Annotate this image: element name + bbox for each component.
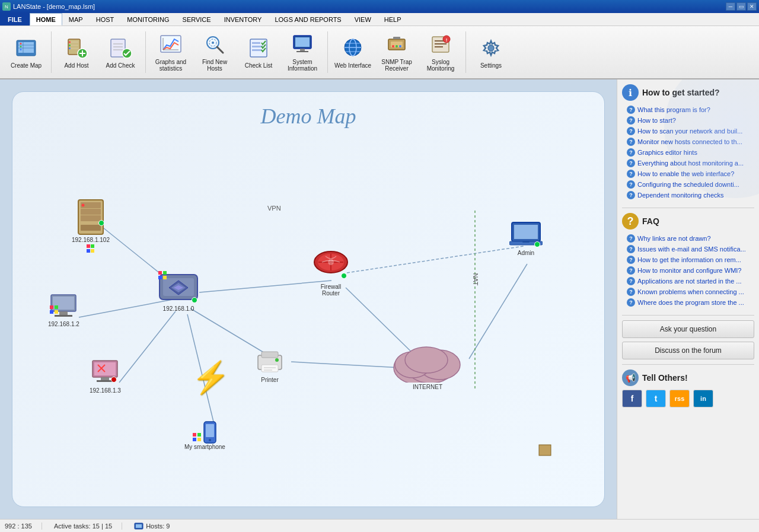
minimize-button[interactable]: ─ bbox=[726, 2, 735, 11]
node-internet[interactable]: INTERNET bbox=[386, 335, 469, 390]
faq-link-4[interactable]: How to monitor and configure WMI? bbox=[622, 265, 754, 276]
svg-rect-69 bbox=[539, 445, 551, 455]
svg-point-29 bbox=[212, 42, 214, 44]
system-info-button[interactable]: System Information bbox=[281, 29, 324, 75]
connections-layer bbox=[12, 92, 604, 506]
question-icon: ? bbox=[622, 213, 639, 230]
windows-logo-smartphone bbox=[193, 433, 201, 441]
tell-others-section: 📢 Tell Others! f t rss in bbox=[622, 369, 754, 407]
link-monitor-new[interactable]: Monitor new hosts connected to th... bbox=[622, 136, 754, 147]
node-firewall[interactable]: Firewall Router bbox=[312, 249, 349, 297]
discuss-forum-button[interactable]: Discuss on the forum bbox=[622, 342, 754, 359]
syslog-icon: ! bbox=[429, 33, 452, 56]
link-how-start[interactable]: How to start? bbox=[622, 115, 754, 126]
node-laptop[interactable]: Admin bbox=[509, 221, 543, 256]
link-web-interface[interactable]: How to enable the web interface? bbox=[622, 168, 754, 179]
sep3 bbox=[327, 31, 328, 73]
smartphone-icon bbox=[193, 421, 216, 444]
link-bullet-2 bbox=[627, 116, 635, 125]
faq-link-5[interactable]: Applications are not started in the ... bbox=[622, 276, 754, 286]
menu-host[interactable]: HOST bbox=[90, 13, 121, 26]
menu-home[interactable]: HOME bbox=[30, 13, 62, 26]
menu-inventory[interactable]: INVENTORY bbox=[218, 13, 269, 26]
snmp-trap-icon bbox=[385, 33, 409, 56]
node-smartphone[interactable]: My smartphone bbox=[184, 421, 225, 450]
node-printer[interactable]: Printer bbox=[254, 347, 285, 383]
link-bullet-6 bbox=[627, 159, 635, 167]
status-bar: 992 : 135 Active tasks: 15 | 15 Hosts: 9 bbox=[0, 519, 759, 532]
find-new-hosts-label: Find New Hosts bbox=[195, 59, 234, 72]
menu-service[interactable]: SERVICE bbox=[176, 13, 218, 26]
faq-link-7[interactable]: Where does the program store the ... bbox=[622, 297, 754, 308]
svg-point-45 bbox=[392, 45, 394, 47]
link-scan-network[interactable]: How to scan your network and buil... bbox=[622, 126, 754, 136]
system-info-icon bbox=[291, 33, 314, 56]
map-title: Demo Map bbox=[261, 104, 356, 129]
add-check-button[interactable]: Add Check bbox=[99, 29, 142, 75]
web-interface-label: Web Interface bbox=[334, 62, 371, 69]
svg-rect-114 bbox=[206, 424, 214, 437]
snmp-trap-button[interactable]: SNMP Trap Receiver bbox=[375, 29, 418, 75]
menu-file[interactable]: FILE bbox=[0, 13, 30, 26]
link-bullet-4 bbox=[627, 138, 635, 146]
link-what-for[interactable]: What this program is for? bbox=[622, 104, 754, 115]
node-pc2[interactable]: 192.168.1.3 bbox=[90, 359, 121, 394]
add-host-button[interactable]: Add Host bbox=[55, 29, 98, 75]
faq-link-3[interactable]: How to get the information on rem... bbox=[622, 254, 754, 265]
svg-point-12 bbox=[69, 41, 71, 43]
twitter-button[interactable]: t bbox=[646, 390, 666, 407]
node-server[interactable]: 192.168.1.102 bbox=[72, 199, 110, 253]
create-map-button[interactable]: Create Map bbox=[5, 29, 47, 75]
faq-link-1[interactable]: Why links are not drawn? bbox=[622, 233, 754, 244]
menu-help[interactable]: HELP bbox=[378, 13, 408, 26]
link-everything-about[interactable]: Everything about host monitoring a... bbox=[622, 158, 754, 168]
faq-section: ? FAQ Why links are not drawn? Issues wi… bbox=[622, 213, 754, 308]
svg-rect-52 bbox=[435, 43, 447, 44]
smartphone-label: My smartphone bbox=[184, 444, 225, 450]
menu-view[interactable]: VIEW bbox=[348, 13, 378, 26]
restore-button[interactable]: ▭ bbox=[736, 2, 746, 11]
faq-bullet-3 bbox=[627, 256, 635, 264]
laptop-icon bbox=[509, 221, 543, 250]
menu-logs[interactable]: LOGS AND REPORTS bbox=[268, 13, 347, 26]
menu-bar: FILE HOME MAP HOST MONITORING SERVICE IN… bbox=[0, 13, 759, 26]
svg-line-64 bbox=[347, 246, 524, 273]
check-list-label: Check List bbox=[245, 62, 273, 69]
node-router[interactable]: 192.168.1.0 bbox=[157, 270, 200, 312]
status-coords: 992 : 135 bbox=[5, 523, 42, 530]
active-tasks-label: Active tasks: 15 | 15 bbox=[54, 523, 112, 530]
syslog-button[interactable]: ! Syslog Monitoring bbox=[419, 29, 462, 75]
link-graphics-hints[interactable]: Graphics editor hints bbox=[622, 147, 754, 158]
svg-rect-77 bbox=[81, 225, 101, 231]
faq-link-2[interactable]: Issues with e-mail and SMS notifica... bbox=[622, 244, 754, 254]
ask-question-button[interactable]: Ask your question bbox=[622, 320, 754, 338]
find-new-hosts-button[interactable]: Find New Hosts bbox=[193, 29, 236, 75]
node-pc1[interactable]: 192.168.1.2 bbox=[48, 294, 79, 327]
link-dependent[interactable]: Dependent monitoring checks bbox=[622, 190, 754, 200]
svg-rect-75 bbox=[81, 209, 101, 215]
link-scheduled[interactable]: Configuring the scheduled downti... bbox=[622, 179, 754, 190]
main-layout: Demo Map bbox=[0, 79, 759, 519]
faq-bullet-1 bbox=[627, 234, 635, 243]
facebook-button[interactable]: f bbox=[622, 390, 642, 407]
svg-rect-80 bbox=[59, 311, 68, 315]
map-canvas[interactable]: Demo Map bbox=[12, 91, 605, 507]
graphs-stats-button[interactable]: Graphs and statistics bbox=[149, 29, 192, 75]
linkedin-button[interactable]: in bbox=[693, 390, 713, 407]
get-started-section: ℹ How to get started? What this program … bbox=[622, 84, 754, 200]
settings-button[interactable]: Settings bbox=[470, 29, 512, 75]
svg-line-60 bbox=[119, 311, 176, 383]
create-map-icon bbox=[14, 36, 38, 60]
settings-label: Settings bbox=[480, 62, 502, 69]
svg-rect-53 bbox=[435, 46, 443, 47]
pc1-label: 192.168.1.2 bbox=[48, 321, 79, 327]
rss-button[interactable]: rss bbox=[669, 390, 690, 407]
web-interface-button[interactable]: Web Interface bbox=[331, 29, 374, 75]
node-lightning: ⚡ bbox=[192, 362, 230, 393]
close-button[interactable]: ✕ bbox=[747, 2, 757, 11]
windows-logo-pc1 bbox=[50, 305, 58, 314]
faq-link-6[interactable]: Known problems when connecting ... bbox=[622, 286, 754, 297]
menu-monitoring[interactable]: MONITORING bbox=[120, 13, 176, 26]
check-list-button[interactable]: Check List bbox=[237, 29, 280, 75]
menu-map[interactable]: MAP bbox=[62, 13, 90, 26]
